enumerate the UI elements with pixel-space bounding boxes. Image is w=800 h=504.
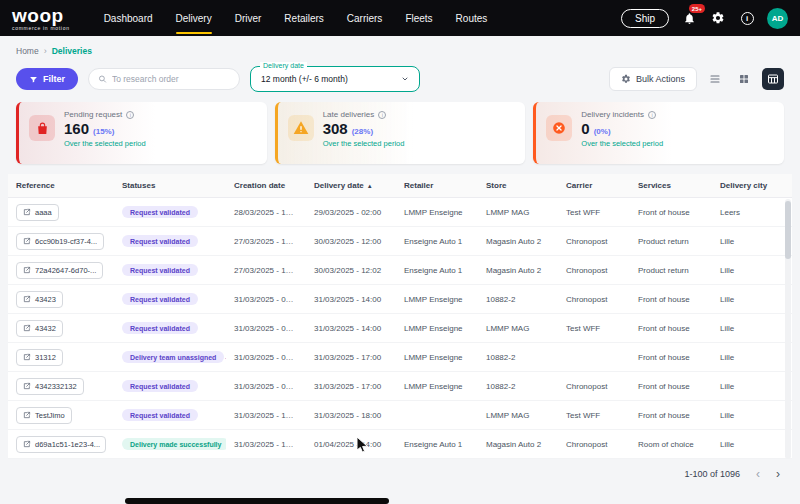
card-value: 160	[64, 120, 89, 137]
column-header-store[interactable]: Store	[478, 174, 558, 198]
prev-page-icon[interactable]: ‹	[756, 468, 760, 480]
table-row[interactable]: 31312Delivery team unassigned31/03/2025 …	[8, 343, 792, 372]
view-grid-button[interactable]	[733, 68, 755, 90]
status-badge: Request validated	[122, 235, 198, 247]
woop-logo[interactable]: woop commerce in motion	[12, 6, 70, 31]
column-header-retailer[interactable]: Retailer	[396, 174, 478, 198]
column-header-services[interactable]: Services	[630, 174, 712, 198]
cell-reference: 43432	[8, 314, 114, 343]
notifications-button[interactable]: 25+	[680, 9, 698, 27]
reference-chip[interactable]: 4342332132	[16, 378, 84, 395]
next-page-icon[interactable]: ›	[776, 468, 780, 480]
table-row[interactable]: d69a1c51-1e23-4...Delivery made successf…	[8, 430, 792, 459]
view-table-button[interactable]	[762, 68, 784, 90]
cell-city: Lille	[712, 314, 792, 343]
cell-store: 10882-2	[478, 372, 558, 401]
column-header-delivery-date[interactable]: Delivery date▲	[306, 174, 396, 198]
table-row[interactable]: 43432Request validated31/03/2025 - 09:59…	[8, 314, 792, 343]
reference-chip[interactable]: d69a1c51-1e23-4...	[16, 436, 106, 453]
cell-services: Front of house	[630, 372, 712, 401]
cell-reference: 43423	[8, 285, 114, 314]
stat-cards: Pending request i 160 (15%) Over the sel…	[0, 102, 800, 174]
date-select-value: 12 month (+/- 6 month)	[261, 74, 348, 84]
cell-store: LMMP MAG	[478, 314, 558, 343]
chevron-down-icon	[401, 75, 409, 83]
nav-item-carriers[interactable]: Carriers	[347, 0, 383, 36]
logo-tagline: commerce in motion	[12, 26, 70, 31]
cell-creation: 31/03/2025 - 09:38	[226, 343, 306, 372]
column-header-statuses[interactable]: Statuses	[114, 174, 226, 198]
card-info-icon[interactable]: i	[648, 111, 656, 119]
cell-retailer: Enseigne Auto 1	[396, 227, 478, 256]
bottom-dock-bar	[125, 498, 389, 504]
cell-status: Request validated	[114, 401, 226, 430]
nav-item-dashboard[interactable]: Dashboard	[104, 0, 153, 36]
bulk-actions-button[interactable]: Bulk Actions	[609, 67, 697, 91]
avatar[interactable]: AD	[767, 8, 788, 29]
cell-delivery: 31/03/2025 - 17:00	[306, 372, 396, 401]
nav-item-delivery[interactable]: Delivery	[176, 0, 212, 36]
reference-chip[interactable]: TestJimo	[16, 407, 72, 424]
incident-icon	[546, 115, 572, 141]
reference-chip[interactable]: 43432	[16, 320, 63, 337]
reference-text: 72a42647-6d70-...	[35, 266, 96, 275]
info-icon: i	[741, 12, 754, 25]
card-info-icon[interactable]: i	[126, 111, 134, 119]
nav-item-driver[interactable]: Driver	[235, 0, 262, 36]
nav-item-retailers[interactable]: Retailers	[284, 0, 323, 36]
table-row[interactable]: 4342332132Request validated31/03/2025 - …	[8, 372, 792, 401]
view-list-button[interactable]	[704, 68, 726, 90]
nav-item-fleets[interactable]: Fleets	[405, 0, 432, 36]
column-header-creation-date[interactable]: Creation date	[226, 174, 306, 198]
cell-carrier: Test WFF	[558, 314, 630, 343]
search-input[interactable]	[112, 74, 230, 84]
info-button[interactable]: i	[738, 9, 756, 27]
cell-creation: 31/03/2025 - 14:31	[226, 430, 306, 459]
notification-badge: 25+	[689, 4, 705, 13]
reference-chip[interactable]: 6cc90b19-cf37-4...	[16, 233, 104, 250]
reference-chip[interactable]: 31312	[16, 349, 63, 366]
cell-retailer: LMMP Enseigne	[396, 372, 478, 401]
breadcrumb-separator-icon: ›	[44, 46, 47, 56]
stat-card-delivery-incidents: Delivery incidents i 0 (0%) Over the sel…	[533, 102, 784, 164]
cell-delivery: 30/03/2025 - 12:00	[306, 227, 396, 256]
cell-services: Front of house	[630, 343, 712, 372]
stat-card-pending-request: Pending request i 160 (15%) Over the sel…	[16, 102, 267, 164]
table-row[interactable]: 6cc90b19-cf37-4...Request validated27/03…	[8, 227, 792, 256]
table-row[interactable]: 72a42647-6d70-...Request validated27/03/…	[8, 256, 792, 285]
reference-chip[interactable]: aaaa	[16, 204, 59, 221]
table-scrollbar	[785, 199, 791, 459]
column-header-carrier[interactable]: Carrier	[558, 174, 630, 198]
cell-store: LMMP MAG	[478, 198, 558, 227]
card-title: Pending request i	[64, 110, 146, 119]
filter-button[interactable]: Filter	[16, 68, 78, 90]
bulk-actions-gear-icon	[621, 74, 631, 84]
nav-item-routes[interactable]: Routes	[456, 0, 488, 36]
open-link-icon	[23, 440, 31, 448]
column-header-delivery-city[interactable]: Delivery city	[712, 174, 792, 198]
reference-chip[interactable]: 72a42647-6d70-...	[16, 262, 103, 279]
app-root: woop commerce in motion DashboardDeliver…	[0, 0, 800, 504]
cell-store: Magasin Auto 2	[478, 430, 558, 459]
list-view-icon	[709, 73, 721, 85]
gear-icon	[711, 11, 725, 25]
column-header-reference[interactable]: Reference	[8, 174, 114, 198]
card-info-icon[interactable]: i	[378, 111, 386, 119]
table-row[interactable]: 43423Request validated31/03/2025 - 09:43…	[8, 285, 792, 314]
cell-services: Front of house	[630, 314, 712, 343]
table-row[interactable]: TestJimoRequest validated31/03/2025 - 10…	[8, 401, 792, 430]
status-badge: Request validated	[122, 293, 198, 305]
reference-chip[interactable]: 43423	[16, 291, 63, 308]
ship-button[interactable]: Ship	[621, 9, 669, 28]
breadcrumb-home[interactable]: Home	[16, 46, 39, 56]
card-value: 0	[581, 120, 589, 137]
logo-text: woop	[12, 6, 70, 25]
cell-delivery: 29/03/2025 - 02:00	[306, 198, 396, 227]
settings-button[interactable]	[709, 9, 727, 27]
table-scrollbar-thumb[interactable]	[785, 201, 791, 259]
topbar: woop commerce in motion DashboardDeliver…	[0, 0, 800, 36]
cell-creation: 27/03/2025 - 13:02	[226, 256, 306, 285]
delivery-date-select[interactable]: Delivery date 12 month (+/- 6 month)	[250, 66, 420, 92]
card-period: Over the selected period	[64, 139, 146, 148]
table-row[interactable]: aaaaRequest validated28/03/2025 - 16:122…	[8, 198, 792, 227]
